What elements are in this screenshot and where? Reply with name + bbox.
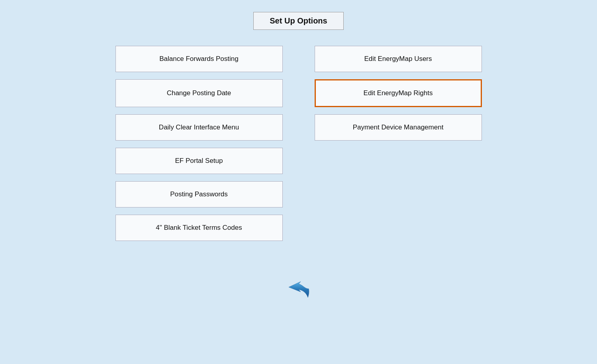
posting-passwords-button[interactable]: Posting Passwords [115, 181, 283, 207]
daily-clear-interface-menu-button[interactable]: Daily Clear Interface Menu [115, 114, 283, 141]
page-title-container: Set Up Options [253, 12, 343, 30]
back-arrow-container [285, 281, 313, 301]
payment-device-management-button[interactable]: Payment Device Management [315, 114, 482, 141]
ef-portal-setup-button[interactable]: EF Portal Setup [115, 148, 283, 174]
balance-forwards-posting-button[interactable]: Balance Forwards Posting [115, 46, 283, 72]
page-title: Set Up Options [270, 16, 327, 25]
blank-ticket-terms-codes-button[interactable]: 4" Blank Ticket Terms Codes [115, 215, 283, 241]
edit-energymap-rights-button[interactable]: Edit EnergyMap Rights [315, 79, 482, 107]
buttons-grid: Balance Forwards Posting Edit EnergyMap … [115, 46, 482, 241]
edit-energymap-users-button[interactable]: Edit EnergyMap Users [315, 46, 482, 72]
back-arrow-icon[interactable] [285, 281, 313, 301]
change-posting-date-button[interactable]: Change Posting Date [115, 79, 283, 107]
